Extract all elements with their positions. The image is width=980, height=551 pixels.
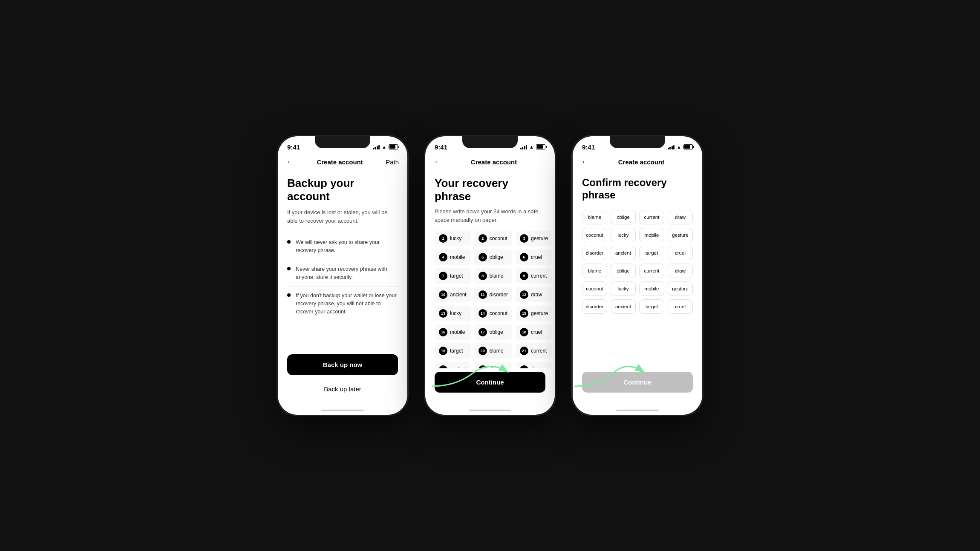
word-text-3: gesture bbox=[531, 235, 548, 241]
confirm-chip-17[interactable]: lucky bbox=[611, 281, 636, 296]
word-text-21: current bbox=[531, 348, 547, 354]
word-text-9: current bbox=[531, 273, 547, 279]
word-chip-9: 9current bbox=[516, 268, 552, 284]
confirm-chip-0[interactable]: blame bbox=[582, 210, 607, 224]
word-number-2: 2 bbox=[478, 234, 487, 243]
word-number-4: 4 bbox=[439, 253, 447, 261]
bullet-item-2: Never share your recovery phrase with an… bbox=[287, 260, 398, 287]
battery-icon-3 bbox=[683, 144, 693, 149]
bullet-dot-1 bbox=[287, 240, 291, 244]
word-text-14: coconut bbox=[490, 310, 507, 316]
word-text-5: oblige bbox=[490, 254, 503, 260]
confirm-chip-12[interactable]: blame bbox=[582, 264, 607, 278]
confirm-chip-19[interactable]: gesture bbox=[668, 281, 693, 296]
confirm-chip-21[interactable]: ancient bbox=[611, 299, 636, 314]
bullet-text-2: Never share your recovery phrase with an… bbox=[296, 265, 398, 281]
word-chip-6: 6cruel bbox=[516, 250, 552, 265]
continue-button-2[interactable]: Continue bbox=[435, 372, 545, 393]
word-text-19: target bbox=[450, 348, 463, 354]
word-number-9: 9 bbox=[520, 272, 528, 280]
confirm-chip-13[interactable]: oblige bbox=[611, 264, 636, 278]
word-text-7: target bbox=[450, 273, 463, 279]
nav-bar-1: ← Create account Path bbox=[278, 154, 407, 170]
word-number-5: 5 bbox=[478, 253, 487, 261]
word-text-13: lucky bbox=[450, 310, 461, 316]
word-chip-7: 7target bbox=[435, 268, 471, 284]
word-number-23: 23 bbox=[478, 365, 487, 368]
word-number-8: 8 bbox=[478, 272, 487, 280]
confirm-chip-2[interactable]: current bbox=[639, 210, 664, 224]
word-number-21: 21 bbox=[520, 347, 528, 355]
bottom-buttons-1: Back up now Back up later bbox=[278, 349, 407, 406]
word-chip-1: 1lucky bbox=[435, 231, 471, 246]
bullet-text-3: If you don't backup your wallet or lose … bbox=[296, 292, 398, 316]
confirm-chip-23[interactable]: cruel bbox=[668, 299, 693, 314]
backup-later-button[interactable]: Back up later bbox=[287, 380, 398, 398]
nav-title-1: Create account bbox=[317, 158, 363, 166]
backup-now-button[interactable]: Back up now bbox=[287, 354, 398, 375]
confirm-chip-22[interactable]: target bbox=[639, 299, 664, 314]
word-number-6: 6 bbox=[520, 253, 528, 261]
word-chip-22: 22ancient bbox=[435, 362, 471, 368]
confirm-chip-1[interactable]: oblige bbox=[611, 210, 636, 224]
word-chip-20: 20blame bbox=[474, 343, 512, 359]
back-button-3[interactable]: ← bbox=[581, 158, 589, 166]
phone-3: 9:41 ▲ ← Create account bbox=[571, 135, 703, 416]
signal-icon-3 bbox=[668, 144, 675, 149]
word-chip-17: 17oblige bbox=[474, 324, 512, 340]
word-chip-23: 23disorder bbox=[474, 362, 512, 368]
word-chip-4: 4mobile bbox=[435, 250, 471, 265]
confirm-chip-15[interactable]: draw bbox=[668, 264, 693, 278]
phone-1: 9:41 ▲ ← Create account bbox=[277, 135, 409, 416]
word-chip-5: 5oblige bbox=[474, 250, 512, 265]
confirm-chip-18[interactable]: mobile bbox=[639, 281, 664, 296]
signal-icon-1 bbox=[373, 144, 380, 149]
confirm-title: Confirm recovery phrase bbox=[582, 177, 693, 201]
confirm-chip-16[interactable]: coconut bbox=[582, 281, 607, 296]
confirm-chip-8[interactable]: disorder bbox=[582, 246, 607, 260]
confirm-chip-20[interactable]: disorder bbox=[582, 299, 607, 314]
bullet-item-3: If you don't backup your wallet or lose … bbox=[287, 287, 398, 321]
word-text-6: cruel bbox=[531, 254, 542, 260]
bullet-list: We will never ask you to share your reco… bbox=[287, 233, 398, 342]
phones-container: 9:41 ▲ ← Create account bbox=[277, 135, 703, 416]
confirm-chip-3[interactable]: draw bbox=[668, 210, 693, 224]
backup-description: If your device is lost or stolen, you wi… bbox=[287, 208, 398, 225]
confirm-chip-5[interactable]: lucky bbox=[611, 228, 636, 242]
confirm-chip-7[interactable]: gesture bbox=[668, 228, 693, 242]
bullet-dot-2 bbox=[287, 267, 291, 270]
home-indicator-3 bbox=[573, 406, 702, 415]
continue-button-3[interactable]: Continue bbox=[582, 372, 693, 393]
status-icons-2: ▲ bbox=[520, 144, 545, 149]
word-chip-15: 15gesture bbox=[516, 306, 552, 321]
home-indicator-1 bbox=[278, 406, 407, 415]
nav-bar-2: ← Create account bbox=[425, 154, 555, 170]
word-number-13: 13 bbox=[439, 309, 447, 318]
status-time-1: 9:41 bbox=[287, 143, 300, 151]
word-chip-13: 13lucky bbox=[435, 306, 471, 321]
nav-right-1: Path bbox=[386, 158, 399, 166]
word-number-20: 20 bbox=[478, 347, 487, 355]
recovery-title: Your recovery phrase bbox=[435, 177, 545, 203]
word-text-2: coconut bbox=[490, 235, 507, 241]
confirm-chip-11[interactable]: cruel bbox=[668, 246, 693, 260]
wifi-icon-2: ▲ bbox=[529, 144, 534, 149]
back-button-1[interactable]: ← bbox=[286, 158, 294, 166]
confirm-chip-14[interactable]: current bbox=[639, 264, 664, 278]
status-time-3: 9:41 bbox=[582, 143, 595, 151]
back-button-2[interactable]: ← bbox=[434, 158, 441, 166]
word-chip-24: 24draw bbox=[516, 362, 552, 368]
phone-2: 9:41 ▲ ← Create account bbox=[424, 135, 556, 416]
confirm-chip-10[interactable]: target bbox=[639, 246, 664, 260]
confirm-chip-6[interactable]: mobile bbox=[639, 228, 664, 242]
home-indicator-2 bbox=[425, 406, 555, 415]
confirm-word-grid: blameobligecurrentdrawcoconutluckymobile… bbox=[582, 210, 693, 360]
confirm-chip-4[interactable]: coconut bbox=[582, 228, 607, 242]
word-number-17: 17 bbox=[478, 328, 487, 336]
word-text-8: blame bbox=[490, 273, 504, 279]
word-number-14: 14 bbox=[478, 309, 487, 318]
wifi-icon-1: ▲ bbox=[382, 144, 386, 149]
confirm-chip-9[interactable]: ancient bbox=[611, 246, 636, 260]
word-number-16: 16 bbox=[439, 328, 447, 336]
backup-title: Backup your account bbox=[287, 177, 398, 203]
